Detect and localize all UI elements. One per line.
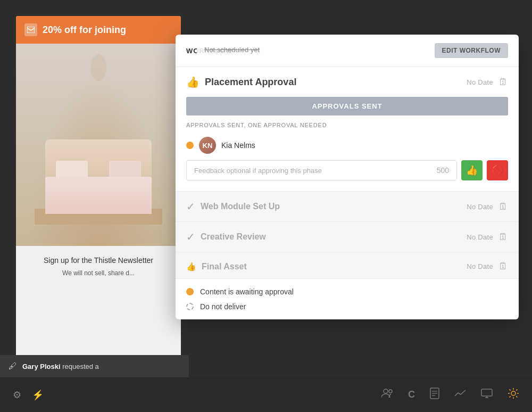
not-scheduled-label: Not scheduled yet [197, 43, 267, 57]
phase-right: No Date 🗓 [467, 232, 508, 243]
monitor-icon[interactable] [481, 389, 493, 401]
email-header: 20% off for joining [16, 16, 181, 44]
notification-suffix: requested a [61, 362, 99, 370]
phase-name: Final Asset [202, 262, 247, 271]
phase-name: Placement Approval [205, 77, 296, 88]
phase-name: Creative Review [201, 232, 266, 242]
settings-icon[interactable]: ⚙ [13, 389, 21, 401]
email-icon [24, 23, 37, 36]
thumbs-up-approve-icon: 👍 [466, 164, 478, 176]
notification-text: Gary Ploski requested a [22, 362, 99, 370]
phase-right: No Date 🗓 [467, 261, 508, 272]
pending-status-dot [186, 142, 194, 149]
phase-creative-review: ✓ Creative Review No Date 🗓 [176, 222, 519, 252]
feedback-input-display[interactable]: Feedback optional if approving this phas… [186, 160, 457, 180]
people-icon[interactable] [381, 389, 393, 401]
notification-user: Gary Ploski [22, 362, 61, 370]
copy-icon[interactable]: C [408, 389, 415, 400]
phase-final-asset: 👍 Final Asset No Date 🗓 [176, 252, 519, 279]
edit-workflow-button[interactable]: EDIT WORKFLOW [435, 43, 508, 58]
reject-button[interactable]: 🚫 [487, 160, 508, 180]
bottom-toolbar: ⚙ ⚡ C [0, 377, 532, 412]
no-date-label: No Date [467, 78, 493, 86]
no-date-label: No Date [467, 262, 493, 270]
phase-web-module-header: ✓ Web Module Set Up No Date 🗓 [176, 192, 519, 221]
phase-right: No Date 🗓 [467, 201, 508, 212]
phase-left: 👍 Final Asset [186, 262, 247, 271]
svg-rect-0 [27, 27, 35, 33]
email-footer-sub: We will not sell, share d... [24, 268, 172, 278]
approvals-sent-bar: APPROVALS SENT [186, 97, 508, 116]
lightning-icon[interactable]: ⚡ [32, 389, 44, 401]
chart-icon[interactable] [454, 389, 466, 401]
phase-left: 👍 Placement Approval [186, 76, 296, 88]
toolbar-center: C [381, 388, 519, 402]
checkmark-icon: ✓ [186, 230, 195, 243]
svg-point-1 [384, 389, 388, 393]
thumbs-up-icon: 👍 [186, 262, 196, 271]
workflow-modal: WORKFLOW EDIT WORKFLOW 👍 Placement Appro… [176, 35, 519, 319]
approvals-status-text: APPROVALS SENT, ONE APPROVAL NEEDED [176, 122, 519, 135]
phase-left: ✓ Creative Review [186, 230, 266, 243]
no-date-label: No Date [467, 233, 493, 241]
email-footer-title: Sign up for the Thistle Newsletter [24, 254, 172, 266]
legend-item-do-not-deliver: Do not deliver [186, 302, 508, 311]
svg-line-16 [516, 396, 517, 397]
phase-right: No Date 🗓 [467, 77, 508, 88]
phase-left: ✓ Web Module Set Up [186, 200, 280, 213]
orange-dot-icon [186, 288, 194, 295]
svg-line-18 [510, 396, 511, 397]
feedback-row: Feedback optional if approving this phas… [186, 160, 508, 180]
legend-label-do-not-deliver: Do not deliver [200, 302, 246, 311]
phase-final-asset-header: 👍 Final Asset No Date 🗓 [176, 252, 519, 279]
email-footer: Sign up for the Thistle Newsletter We wi… [16, 246, 181, 287]
no-entry-icon: 🚫 [492, 164, 503, 176]
legend-label-awaiting: Content is awaiting approval [200, 287, 294, 296]
phase-creative-review-header: ✓ Creative Review No Date 🗓 [176, 222, 519, 252]
svg-line-15 [510, 390, 511, 391]
feedback-count: 500 [437, 166, 449, 175]
legend-section: Content is awaiting approval Do not deli… [176, 279, 519, 319]
calendar-icon[interactable]: 🗓 [498, 261, 508, 272]
stamp-icon: 🖋 [9, 361, 17, 371]
svg-point-10 [511, 391, 516, 395]
thumbs-up-icon: 👍 [186, 76, 200, 88]
phase-web-module: ✓ Web Module Set Up No Date 🗓 [176, 192, 519, 222]
feedback-placeholder: Feedback optional if approving this phas… [194, 167, 322, 175]
email-preview-panel: 20% off for joining Sign up for the This… [16, 16, 181, 389]
approver-name: Kia Nelms [221, 141, 255, 150]
dashed-dot-icon [186, 303, 194, 310]
svg-line-17 [516, 390, 517, 391]
legend-item-awaiting: Content is awaiting approval [186, 287, 508, 296]
approve-button[interactable]: 👍 [461, 160, 483, 180]
approver-avatar: KN [199, 137, 216, 154]
sun-icon[interactable] [508, 388, 519, 402]
notification-bar: 🖋 Gary Ploski requested a [0, 355, 189, 377]
phase-name: Web Module Set Up [201, 202, 280, 211]
checkmark-icon: ✓ [186, 200, 195, 213]
phase-placement-approval-header: 👍 Placement Approval No Date 🗓 [176, 67, 519, 97]
toolbar-left: ⚙ ⚡ [13, 389, 44, 401]
calendar-icon[interactable]: 🗓 [498, 232, 508, 243]
svg-point-2 [389, 390, 392, 393]
calendar-icon[interactable]: 🗓 [498, 77, 508, 88]
svg-rect-7 [481, 389, 492, 396]
no-date-label: No Date [467, 203, 493, 211]
document-icon[interactable] [430, 388, 439, 402]
phase-placement-approval: 👍 Placement Approval No Date 🗓 APPROVALS… [176, 67, 519, 192]
calendar-icon[interactable]: 🗓 [498, 201, 508, 212]
email-image [16, 44, 181, 246]
approver-row: KN Kia Nelms [176, 135, 519, 160]
email-header-text: 20% off for joining [43, 24, 126, 36]
